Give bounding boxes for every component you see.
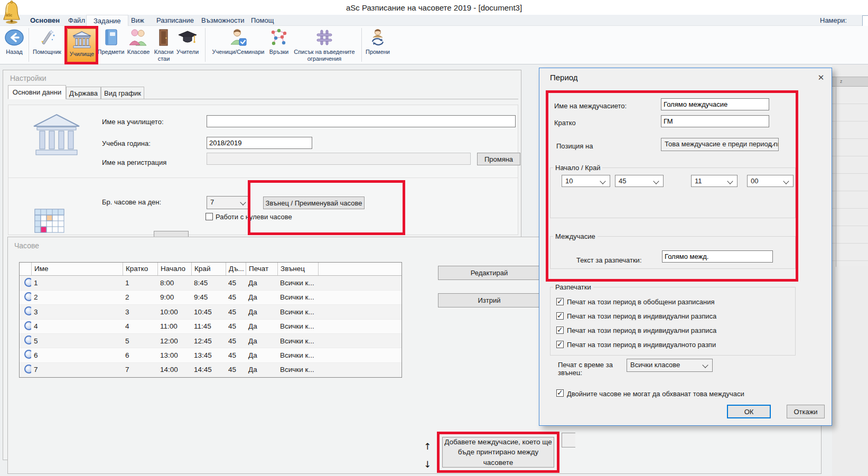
tab-razpisanie[interactable]: Разписание [150, 15, 201, 26]
chevron-down-icon [240, 199, 246, 205]
header-length[interactable]: Дъ... [226, 263, 246, 275]
cell-end: 12:45 [191, 337, 226, 345]
tab-schedule-type[interactable]: Вид график [101, 87, 144, 99]
hours-table-header[interactable]: Име Кратко Начало Край Дъ... Печат Звъне… [20, 263, 402, 276]
cell-start: 13:00 [157, 351, 191, 359]
toolbar-button-back[interactable]: Назад [2, 27, 26, 63]
toolbar-button-label: Списък на въведените ограничения [291, 49, 358, 62]
zero-periods-checkbox[interactable] [206, 213, 213, 220]
clock-icon-cell [20, 350, 31, 360]
cancel-button[interactable]: Откажи [787, 405, 825, 418]
start-minute-value: 45 [619, 177, 626, 185]
title-bar: aSc Разписание на часовете 2019 - [docum… [0, 0, 868, 15]
delete-button-label: Изтрий [478, 296, 500, 304]
cell-end: 10:45 [191, 308, 226, 316]
cell-bell: Всички к... [277, 293, 318, 301]
tab-zadanie[interactable]: Задание [86, 15, 128, 27]
person-refresh-icon [369, 27, 387, 48]
bell-time-combo[interactable]: Всички класове [627, 359, 713, 372]
printout-checkbox-2[interactable]: ✓ [556, 312, 564, 320]
cell-bell: Всички к... [277, 351, 318, 359]
tab-vazmozhnosti[interactable]: Възможности [194, 15, 251, 26]
table-row[interactable]: 6 6 13:00 13:45 45 Да Всички к... [20, 348, 402, 362]
table-row[interactable]: 5 5 12:00 12:45 45 Да Всички к... [20, 334, 402, 348]
toolbar-button-classrooms[interactable]: Класни стаи [152, 27, 175, 63]
toolbar-button-school[interactable]: Училище [67, 29, 97, 63]
find-input[interactable] [862, 15, 868, 26]
table-row[interactable]: 7 7 14:00 14:45 45 Да Всички к... [20, 363, 402, 377]
edit-button-label: Редактирай [471, 269, 508, 277]
bell-rename-button[interactable]: Звънец / Преименувай часове [263, 197, 365, 209]
printout-checkbox-1[interactable]: ✓ [556, 298, 564, 305]
printout-checkbox-4[interactable]: ✓ [556, 341, 564, 348]
table-row[interactable]: 1 1 8:00 8:45 45 Да Всички к... [20, 276, 402, 290]
break-name-input[interactable] [661, 98, 769, 110]
position-label: Позиция на [556, 142, 593, 150]
tab-razpisanie-label: Разписание [156, 16, 194, 24]
tab-basic-data[interactable]: Основни данни [8, 85, 66, 99]
toolbar-button-links[interactable]: Връзки [268, 27, 290, 63]
tab-vizh[interactable]: Виж [124, 15, 151, 26]
move-up-arrow[interactable]: ↑ [424, 441, 431, 452]
end-minute-combo[interactable]: 00 [747, 175, 794, 187]
toolbar-button-students-seminars[interactable]: Ученици/Семинари [209, 27, 267, 63]
change-button-label: Промяна [484, 155, 513, 163]
header-print[interactable]: Печат [246, 263, 277, 275]
ok-button[interactable]: ОК [727, 405, 771, 418]
toolbar-button-subjects[interactable]: Предмети [97, 27, 125, 63]
cell-print: Да [246, 322, 277, 330]
toolbar-button-classes[interactable]: Класове [126, 27, 151, 63]
back-arrow-icon [4, 27, 24, 48]
break-name-label: Име на междучасието: [554, 102, 627, 110]
header-name[interactable]: Име [31, 263, 123, 275]
close-icon[interactable]: ✕ [814, 71, 828, 84]
position-combo[interactable]: Това междучасие е преди период nr [661, 138, 779, 151]
add-break-button[interactable]: Добавете междучасие, което ще бъде принт… [442, 437, 554, 468]
period-dialog-title: Период [550, 73, 578, 82]
school-year-input[interactable] [207, 137, 312, 149]
cell-end: 11:45 [191, 322, 226, 330]
table-row[interactable]: 3 3 10:00 10:45 45 Да Всички к... [20, 305, 402, 319]
delete-button[interactable]: Изтрий [438, 293, 540, 307]
cell-print: Да [246, 308, 277, 316]
tab-country-label: Държава [69, 89, 98, 97]
cell-name: 4 [31, 322, 123, 330]
edit-button[interactable]: Редактирай [438, 266, 540, 280]
break-short-input[interactable] [661, 115, 769, 127]
hours-table[interactable]: Име Кратко Начало Край Дъ... Печат Звъне… [19, 262, 402, 378]
tab-country[interactable]: Държава [66, 87, 101, 99]
background-grid: z [832, 64, 868, 476]
toolbar-button-assistant[interactable]: Помощник [31, 27, 63, 63]
add-break-button-label: Добавете междучасие, което ще бъде принт… [444, 437, 552, 468]
header-short[interactable]: Кратко [123, 263, 157, 275]
table-row[interactable]: 4 4 11:00 11:45 45 Да Всички к... [20, 320, 402, 334]
school-name-input[interactable] [207, 115, 516, 127]
periods-per-day-combo[interactable]: 7 [207, 196, 250, 209]
move-down-arrow[interactable]: ↓ [424, 459, 431, 470]
change-button[interactable]: Промяна [477, 153, 520, 165]
tab-osnoven[interactable]: Основен [23, 15, 67, 26]
header-end[interactable]: Край [191, 263, 226, 275]
table-row[interactable]: 2 2 9:00 9:45 45 Да Всички к... [20, 291, 402, 305]
header-start[interactable]: Начало [157, 263, 191, 275]
end-minute-value: 00 [751, 177, 758, 185]
asc-bell-logo[interactable]: aSc [2, 1, 22, 26]
cell-name: 6 [31, 351, 123, 359]
cell-short: 7 [123, 366, 157, 374]
toolbar-button-changes[interactable]: Промени [365, 27, 391, 63]
toolbar-button-teachers[interactable]: Учители [175, 27, 200, 63]
double-periods-checkbox[interactable]: ✓ [556, 389, 564, 397]
registration-input [207, 153, 471, 165]
toolbar-button-constraints-list[interactable]: Списък на въведените ограничения [291, 27, 358, 63]
printout-checkbox-3[interactable]: ✓ [556, 326, 564, 334]
tab-pomosht[interactable]: Помощ [244, 15, 281, 26]
clock-icon-cell [20, 306, 31, 317]
print-text-input[interactable] [662, 250, 773, 263]
end-hour-combo[interactable]: 11 [691, 175, 738, 187]
toolbar-button-label: Предмети [98, 49, 125, 55]
start-hour-combo[interactable]: 10 [562, 175, 610, 187]
start-minute-combo[interactable]: 45 [615, 175, 664, 187]
header-bell[interactable]: Звънец [277, 263, 318, 275]
clock-icon-cell [20, 365, 31, 375]
svg-text:aSc: aSc [6, 13, 13, 17]
